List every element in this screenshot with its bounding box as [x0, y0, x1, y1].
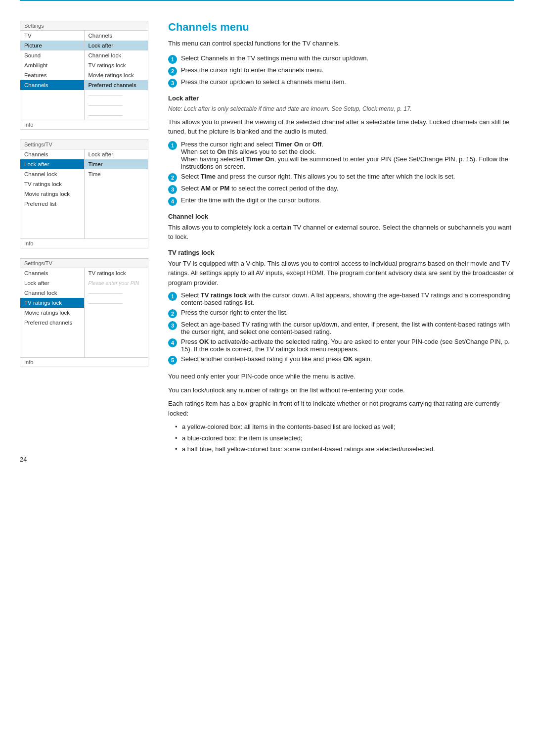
tv-ratings-step-1: 1 Select TV ratings lock with the cursor…	[168, 291, 514, 306]
lock-after-step-4-text: Enter the time with the digit or the cur…	[181, 196, 321, 204]
menu-box-3-col1: Channels Lock after Channel lock TV rati…	[20, 268, 84, 357]
main-step-2: 2 Press the cursor right to enter the ch…	[168, 66, 514, 76]
step-number-3: 3	[168, 79, 177, 88]
menu-item-preferred[interactable]: Preferred channels	[85, 80, 148, 90]
main-step-2-text: Press the cursor right to enter the chan…	[181, 66, 323, 74]
menu-box-3-col2: TV ratings lock Please enter your PIN ——…	[84, 268, 148, 357]
menu3-c4	[85, 318, 148, 328]
tv-ratings-step-5: 5 Select another content-based rating if…	[168, 355, 514, 365]
menu3-movie-ratings[interactable]: Movie ratings lock	[20, 308, 84, 318]
menu2-e1	[20, 209, 84, 219]
page-number: 24	[20, 456, 27, 463]
menu2-c4	[85, 209, 148, 219]
menu3-c5	[85, 328, 148, 337]
menu-box-2-header: Settings/TV	[20, 140, 148, 149]
menu3-tv-ratings[interactable]: TV ratings lock	[20, 298, 84, 308]
main-step-3-text: Press the cursor up/down to select a cha…	[181, 78, 346, 86]
lock-after-note: Note: Lock after is only selectable if t…	[168, 104, 514, 113]
tv-ratings-num-2: 2	[168, 309, 177, 318]
lock-after-num-2: 2	[168, 173, 177, 182]
menu2-tv-ratings[interactable]: TV ratings lock	[20, 179, 84, 189]
menu2-e3	[20, 229, 84, 238]
menu2-channel-lock[interactable]: Channel lock	[20, 169, 84, 179]
menu-item-empty1	[20, 90, 84, 100]
menu-item-movie-ratings[interactable]: Movie ratings lock	[85, 70, 148, 80]
menu2-time[interactable]: Time	[85, 169, 148, 179]
menu3-preferred[interactable]: Preferred channels	[20, 318, 84, 328]
tv-ratings-heading: TV ratings lock	[168, 249, 514, 256]
menu-item-sound[interactable]: Sound	[20, 50, 84, 60]
menu-item-picture[interactable]: Picture	[20, 41, 84, 50]
menu2-preferred[interactable]: Preferred list	[20, 199, 84, 209]
tv-ratings-num-5: 5	[168, 356, 177, 365]
lock-after-step-4: 4 Enter the time with the digit or the c…	[168, 196, 514, 206]
menu2-e2	[20, 219, 84, 229]
menu-item-empty2	[20, 100, 84, 110]
menu-box-2-col1: Channels Lock after Channel lock TV rati…	[20, 149, 84, 238]
main-step-1-text: Select Channels in the TV settings menu …	[181, 54, 368, 62]
menu3-e1	[20, 328, 84, 337]
tv-ratings-num-4: 4	[168, 338, 177, 347]
menu-box-1-header: Settings	[20, 21, 148, 31]
tv-ratings-body2-line2: You can lock/unlock any number of rating…	[168, 385, 514, 395]
tv-ratings-step-3: 3 Select an age-based TV rating with the…	[168, 321, 514, 335]
step-number-2: 2	[168, 67, 177, 76]
lock-after-step-1: 1 Press the cursor right and select Time…	[168, 141, 514, 170]
menu-item-r1: ——————	[85, 90, 148, 100]
menu-box-2-footer: Info	[20, 238, 148, 248]
menu3-e2	[20, 337, 84, 347]
menu-item[interactable]: TV	[20, 31, 84, 41]
menu2-c1	[85, 179, 148, 189]
main-step-3: 3 Press the cursor up/down to select a c…	[168, 78, 514, 88]
tv-ratings-body3: Each ratings item has a box-graphic in f…	[168, 399, 514, 418]
intro-text: This menu can control special functions …	[168, 39, 514, 48]
lock-after-heading: Lock after	[168, 94, 514, 102]
lock-after-body: This allows you to prevent the viewing o…	[168, 117, 514, 137]
menu-box-1-col2: Channels Lock after Channel lock TV rati…	[84, 31, 148, 120]
menu2-lock-after-label: Lock after	[85, 149, 148, 159]
menu3-c3	[85, 308, 148, 318]
main-step-1: 1 Select Channels in the TV settings men…	[168, 54, 514, 64]
page-title: Channels menu	[168, 21, 514, 34]
menu-item-lock-after[interactable]: Lock after	[85, 41, 148, 50]
menu-item-tv-ratings[interactable]: TV ratings lock	[85, 60, 148, 70]
tv-ratings-bullets: a yellow-colored box: all items in the c…	[175, 422, 514, 454]
menu-item-features[interactable]: Features	[20, 70, 84, 80]
tv-ratings-step-3-text: Select an age-based TV rating with the c…	[181, 321, 514, 335]
menu-box-2: Settings/TV Channels Lock after Channel …	[20, 140, 148, 248]
bullet-3: a half blue, half yellow-colored box: so…	[175, 444, 514, 454]
menu3-pin-prompt[interactable]: Please enter your PIN	[85, 278, 148, 288]
menu2-lock-after[interactable]: Lock after	[20, 159, 84, 169]
menu-item-ambilight[interactable]: Ambilight	[20, 60, 84, 70]
menu2-timer[interactable]: Timer	[85, 159, 148, 169]
tv-ratings-num-3: 3	[168, 321, 177, 330]
menu3-c1: ——————	[85, 288, 148, 298]
tv-ratings-step-2: 2 Press the cursor right to enter the li…	[168, 309, 514, 318]
main-steps-list: 1 Select Channels in the TV settings men…	[168, 54, 514, 88]
menu-box-1: Settings TV Picture Sound Ambilight Feat…	[20, 21, 148, 130]
right-column: Channels menu This menu can control spec…	[163, 21, 514, 458]
menu-item-channels-label: Channels	[85, 31, 148, 41]
menu-item-channels[interactable]: Channels	[20, 80, 84, 90]
tv-ratings-step-1-text: Select TV ratings lock with the cursor d…	[181, 291, 514, 306]
menu3-tv-ratings-label: TV ratings lock	[85, 268, 148, 278]
channel-lock-body: This allows you to completely lock a cer…	[168, 223, 514, 242]
menu-box-2-col2: Lock after Timer Time	[84, 149, 148, 238]
menu2-c3	[85, 199, 148, 209]
lock-after-num-1: 1	[168, 141, 177, 150]
menu2-c5	[85, 219, 148, 229]
menu-box-3-footer: Info	[20, 357, 148, 367]
tv-ratings-body1: Your TV is equipped with a V-chip. This …	[168, 259, 514, 288]
menu2-movie-ratings[interactable]: Movie ratings lock	[20, 189, 84, 199]
lock-after-step-2-text: Select Time and press the cursor right. …	[181, 173, 455, 180]
menu-item-channel-lock[interactable]: Channel lock	[85, 50, 148, 60]
channel-lock-heading: Channel lock	[168, 213, 514, 220]
tv-ratings-steps: 1 Select TV ratings lock with the cursor…	[168, 291, 514, 365]
lock-after-step-1-text: Press the cursor right and select Timer …	[181, 141, 514, 170]
menu3-channel-lock[interactable]: Channel lock	[20, 288, 84, 298]
lock-after-num-4: 4	[168, 197, 177, 206]
menu3-lock-after[interactable]: Lock after	[20, 278, 84, 288]
lock-after-steps: 1 Press the cursor right and select Time…	[168, 141, 514, 206]
tv-ratings-step-5-text: Select another content-based rating if y…	[181, 355, 372, 363]
menu-box-1-col1: TV Picture Sound Ambilight Features Chan…	[20, 31, 84, 120]
